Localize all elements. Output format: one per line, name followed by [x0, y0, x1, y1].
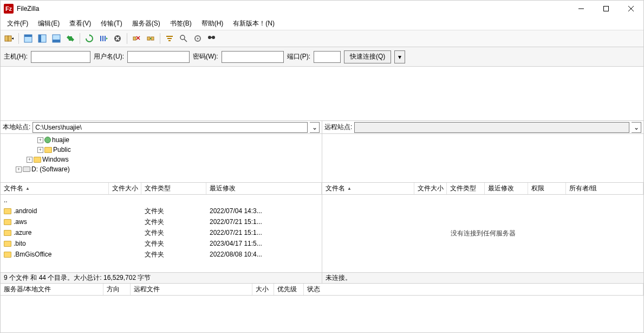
list-item[interactable]: .. — [1, 195, 322, 206]
password-label: 密码(W): — [193, 52, 218, 61]
quickconnect-dropdown[interactable]: ▾ — [394, 50, 405, 63]
folder-icon — [4, 252, 11, 258]
col-name[interactable]: 文件名▲ — [1, 183, 109, 194]
process-queue-icon[interactable] — [97, 32, 110, 45]
col-modified[interactable]: 最近修改 — [206, 183, 322, 194]
remote-tree[interactable] — [322, 134, 643, 183]
cancel-icon[interactable] — [111, 32, 124, 45]
col-priority[interactable]: 优先级 — [274, 284, 304, 295]
local-list-header: 文件名▲ 文件大小 文件类型 最近修改 — [1, 183, 322, 195]
host-label: 主机(H): — [4, 52, 28, 61]
remote-empty-message: 没有连接到任何服务器 — [322, 195, 643, 272]
local-list-body[interactable]: ...android文件夹2022/07/04 14:3....aws文件夹20… — [1, 195, 322, 272]
svg-marker-7 — [12, 37, 14, 40]
local-tree[interactable]: +huajie+Public+Windows+D: (Software) — [1, 134, 322, 183]
toolbar-separator — [80, 33, 80, 44]
expander-icon[interactable]: + — [37, 137, 43, 143]
menubar: 文件(F) 编辑(E) 查看(V) 传输(T) 服务器(S) 书签(B) 帮助(… — [1, 17, 643, 30]
menu-file[interactable]: 文件(F) — [3, 17, 32, 30]
folder-icon — [4, 230, 11, 236]
col-type[interactable]: 文件类型 — [447, 183, 485, 194]
port-input[interactable] — [314, 51, 341, 63]
maximize-button[interactable] — [594, 1, 619, 17]
reconnect-icon[interactable] — [144, 32, 157, 45]
col-state[interactable]: 状态 — [304, 284, 643, 295]
svg-point-36 — [212, 36, 215, 39]
col-server-file[interactable]: 服务器/本地文件 — [1, 284, 103, 295]
col-modified[interactable]: 最近修改 — [485, 183, 528, 194]
expander-icon[interactable]: + — [16, 166, 22, 172]
remote-path-dropdown[interactable]: ⌄ — [632, 122, 641, 133]
password-input[interactable] — [222, 51, 284, 63]
sync-browse-icon[interactable] — [64, 32, 77, 45]
tree-node[interactable]: +Public — [1, 145, 322, 155]
col-owner[interactable]: 所有者/组 — [566, 183, 643, 194]
site-manager-icon[interactable] — [3, 32, 16, 45]
list-item[interactable]: .aws文件夹2022/07/21 15:1... — [1, 216, 322, 227]
toolbar — [1, 30, 643, 47]
col-size[interactable]: 文件大小 — [109, 183, 141, 194]
svg-rect-22 — [133, 37, 136, 40]
col-size[interactable]: 文件大小 — [414, 183, 447, 194]
compare-icon[interactable] — [177, 32, 190, 45]
menu-help[interactable]: 帮助(H) — [197, 17, 228, 30]
menu-transfer[interactable]: 传输(T) — [96, 17, 126, 30]
port-label: 端口(P): — [287, 52, 310, 61]
tree-label: D: (Software) — [31, 165, 70, 173]
toolbar-separator — [160, 33, 160, 44]
list-item[interactable]: .BmGisOffice文件夹2022/08/08 10:4... — [1, 249, 322, 260]
svg-point-34 — [197, 38, 199, 40]
window-controls — [569, 1, 643, 17]
local-path-dropdown[interactable]: ⌄ — [310, 122, 320, 133]
list-item[interactable]: .android文件夹2022/07/04 14:3... — [1, 206, 322, 216]
settings-icon[interactable] — [191, 32, 204, 45]
folder-icon — [4, 241, 11, 247]
minimize-button[interactable] — [569, 1, 594, 17]
list-item[interactable]: .bito文件夹2023/04/17 11:5... — [1, 238, 322, 249]
refresh-icon[interactable] — [83, 32, 96, 45]
menu-edit[interactable]: 编辑(E) — [34, 17, 64, 30]
col-permissions[interactable]: 权限 — [528, 183, 566, 194]
message-log[interactable] — [1, 67, 643, 121]
find-icon[interactable] — [205, 32, 218, 45]
menu-bookmarks[interactable]: 书签(B) — [166, 17, 196, 30]
col-remote-file[interactable]: 远程文件 — [131, 284, 252, 295]
remote-path-input[interactable] — [354, 122, 629, 133]
toolbar-separator — [18, 33, 19, 44]
svg-rect-11 — [38, 35, 41, 42]
local-path-input[interactable] — [32, 122, 308, 133]
toggle-queue-icon[interactable] — [50, 32, 63, 45]
menu-view[interactable]: 查看(V) — [65, 17, 95, 30]
quickconnect-button[interactable]: 快速连接(Q) — [344, 50, 391, 63]
expander-icon[interactable]: + — [27, 157, 32, 163]
queue-body[interactable] — [1, 296, 643, 332]
host-input[interactable] — [31, 51, 90, 63]
col-direction[interactable]: 方向 — [103, 284, 131, 295]
col-type[interactable]: 文件类型 — [141, 183, 206, 194]
svg-line-32 — [184, 39, 187, 42]
disconnect-icon[interactable] — [130, 32, 143, 45]
col-name[interactable]: 文件名▲ — [322, 183, 414, 194]
expander-icon[interactable]: + — [37, 147, 43, 153]
filter-icon[interactable] — [163, 32, 176, 45]
folder-icon — [4, 219, 11, 225]
transfer-queue: 服务器/本地文件 方向 远程文件 大小 优先级 状态 — [1, 284, 643, 332]
tree-label: Public — [53, 146, 71, 153]
file-name: .bito — [14, 240, 26, 247]
tree-node[interactable]: +Windows — [1, 155, 322, 164]
col-size[interactable]: 大小 — [252, 284, 274, 295]
close-button[interactable] — [619, 1, 643, 17]
tree-node[interactable]: +D: (Software) — [1, 164, 322, 174]
folder-icon — [34, 157, 41, 163]
toggle-log-icon[interactable] — [22, 32, 35, 45]
queue-header: 服务器/本地文件 方向 远程文件 大小 优先级 状态 — [1, 284, 643, 296]
menu-server[interactable]: 服务器(S) — [128, 17, 165, 30]
list-item[interactable]: .azure文件夹2022/07/21 15:1... — [1, 227, 322, 238]
menu-new-version[interactable]: 有新版本！(N) — [229, 17, 279, 30]
tree-node[interactable]: +huajie — [1, 135, 322, 145]
username-input[interactable] — [127, 51, 190, 63]
svg-rect-13 — [53, 40, 60, 42]
svg-marker-18 — [106, 37, 108, 40]
remote-list-header: 文件名▲ 文件大小 文件类型 最近修改 权限 所有者/组 — [322, 183, 643, 195]
toggle-tree-icon[interactable] — [36, 32, 49, 45]
